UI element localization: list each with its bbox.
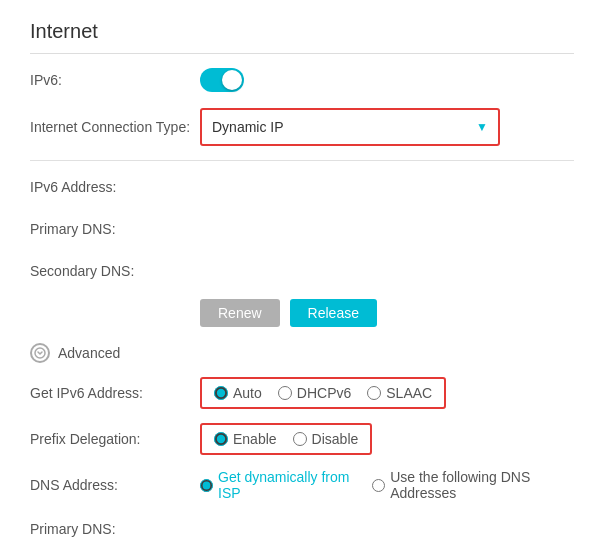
- adv-primary-dns-row: Primary DNS:: [30, 515, 574, 543]
- advanced-header[interactable]: Advanced: [30, 343, 574, 363]
- ipv6-address-label: IPv6 Address:: [30, 179, 200, 195]
- dns-address-label: DNS Address:: [30, 477, 200, 493]
- divider-1: [30, 160, 574, 161]
- ipv6-label: IPv6:: [30, 72, 200, 88]
- connection-type-select-wrapper[interactable]: Dynamic IP Static IP PPPoE L2TP PPTP ▼: [200, 108, 500, 146]
- renew-button[interactable]: Renew: [200, 299, 280, 327]
- dns-manual-option[interactable]: Use the following DNS Addresses: [372, 469, 574, 501]
- get-ipv6-label: Get IPv6 Address:: [30, 385, 200, 401]
- get-ipv6-radio-group: Auto DHCPv6 SLAAC: [200, 377, 446, 409]
- prefix-delegation-row: Prefix Delegation: Enable Disable: [30, 423, 574, 455]
- secondary-dns-label: Secondary DNS:: [30, 263, 200, 279]
- ipv6-dhcpv6-label: DHCPv6: [297, 385, 351, 401]
- advanced-label: Advanced: [58, 345, 120, 361]
- adv-primary-dns-label: Primary DNS:: [30, 521, 200, 537]
- connection-type-label: Internet Connection Type:: [30, 119, 200, 135]
- prefix-enable-label: Enable: [233, 431, 277, 447]
- prefix-disable-label: Disable: [312, 431, 359, 447]
- ipv6-auto-label: Auto: [233, 385, 262, 401]
- ipv6-toggle[interactable]: [200, 68, 244, 92]
- ipv6-slaac-option[interactable]: SLAAC: [367, 385, 432, 401]
- advanced-icon: [30, 343, 50, 363]
- ipv6-address-row: IPv6 Address:: [30, 173, 574, 201]
- prefix-delegation-label: Prefix Delegation:: [30, 431, 200, 447]
- prefix-disable-option[interactable]: Disable: [293, 431, 359, 447]
- ipv6-dhcpv6-option[interactable]: DHCPv6: [278, 385, 351, 401]
- page-title: Internet: [30, 20, 574, 54]
- connection-type-select[interactable]: Dynamic IP Static IP PPPoE L2TP PPTP: [202, 110, 498, 144]
- connection-type-row: Internet Connection Type: Dynamic IP Sta…: [30, 108, 574, 146]
- dns-address-row: DNS Address: Get dynamically from ISP Us…: [30, 469, 574, 501]
- ipv6-slaac-label: SLAAC: [386, 385, 432, 401]
- ipv6-row: IPv6:: [30, 66, 574, 94]
- primary-dns-label: Primary DNS:: [30, 221, 200, 237]
- prefix-enable-option[interactable]: Enable: [214, 431, 277, 447]
- dns-isp-label: Get dynamically from ISP: [218, 469, 356, 501]
- secondary-dns-row: Secondary DNS:: [30, 257, 574, 285]
- prefix-delegation-radio-group: Enable Disable: [200, 423, 372, 455]
- get-ipv6-row: Get IPv6 Address: Auto DHCPv6 SLAAC: [30, 377, 574, 409]
- dns-manual-label: Use the following DNS Addresses: [390, 469, 574, 501]
- release-button[interactable]: Release: [290, 299, 377, 327]
- dns-isp-option[interactable]: Get dynamically from ISP: [200, 469, 356, 501]
- dns-options: Get dynamically from ISP Use the followi…: [200, 469, 574, 501]
- action-buttons: Renew Release: [200, 299, 574, 327]
- primary-dns-row: Primary DNS:: [30, 215, 574, 243]
- ipv6-auto-option[interactable]: Auto: [214, 385, 262, 401]
